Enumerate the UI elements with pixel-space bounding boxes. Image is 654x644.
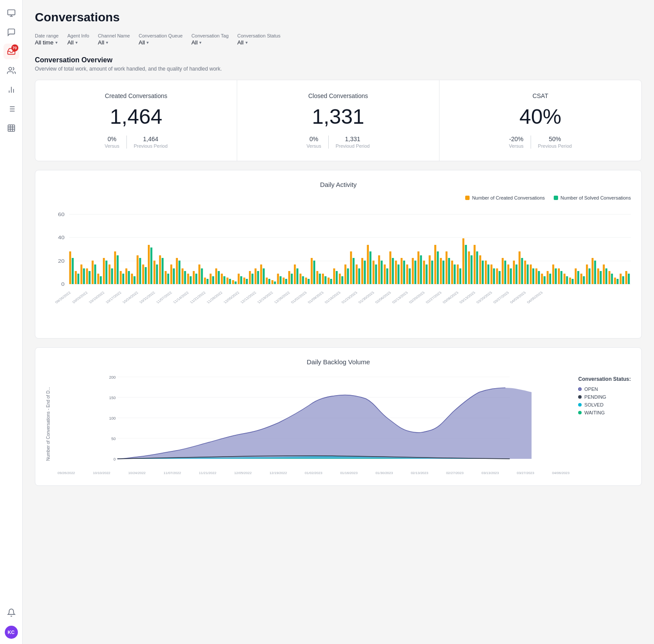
svg-rect-96 (266, 278, 268, 284)
svg-rect-124 (344, 264, 347, 284)
svg-rect-128 (356, 264, 358, 284)
contacts-icon[interactable] (3, 63, 19, 78)
inbox-icon[interactable]: 70 (3, 44, 19, 59)
stat-card-csat-title: CSAT (453, 92, 627, 99)
list-icon[interactable] (3, 101, 19, 117)
svg-rect-208 (580, 274, 582, 284)
svg-rect-56 (153, 261, 156, 284)
svg-rect-152 (423, 261, 425, 284)
stat-card-closed: Closed Conversations 1,331 0% Versus 1,3… (237, 80, 439, 161)
svg-text:50: 50 (111, 437, 116, 441)
svg-rect-175 (487, 264, 490, 284)
svg-text:01/09/2023: 01/09/2023 (307, 291, 325, 304)
svg-rect-129 (358, 268, 361, 284)
chat-icon[interactable] (3, 24, 19, 40)
filter-conversation-queue-select[interactable]: All ▾ (139, 39, 183, 46)
filter-channel-name-label: Channel Name (98, 33, 130, 38)
backlog-legend-title: Conversation Status: (578, 376, 631, 382)
filter-conversation-tag-select[interactable]: All ▾ (191, 39, 228, 46)
daily-backlog-chart: Daily Backlog Volume Number of Conversat… (35, 347, 642, 486)
svg-text:04/05/2023: 04/05/2023 (526, 291, 544, 304)
svg-text:02/20/2023: 02/20/2023 (408, 291, 426, 304)
svg-text:12/19/2022: 12/19/2022 (256, 291, 274, 304)
svg-rect-217 (605, 268, 607, 284)
overview-subtitle: Overview of total work, amount of work h… (35, 66, 642, 72)
bell-icon[interactable] (3, 605, 19, 620)
svg-text:10/03/2022: 10/03/2022 (71, 291, 89, 304)
svg-rect-153 (426, 264, 428, 284)
filter-conversation-status[interactable]: Conversation Status All ▾ (237, 33, 280, 46)
svg-rect-69 (190, 276, 192, 284)
filter-date-range[interactable]: Date range All time ▾ (35, 33, 58, 46)
filter-agent-info-select[interactable]: All ▾ (67, 39, 89, 46)
svg-rect-181 (504, 261, 507, 284)
daily-activity-chart: Daily Activity Number of Created Convers… (35, 170, 642, 339)
svg-text:09/26/2022: 09/26/2022 (54, 291, 72, 304)
filter-conversation-queue[interactable]: Conversation Queue All ▾ (139, 33, 183, 46)
reports-icon[interactable] (3, 82, 19, 98)
svg-rect-141 (392, 258, 394, 284)
scroll-area[interactable]: Conversations Date range All time ▾ Agen… (23, 0, 654, 644)
svg-rect-97 (268, 279, 270, 284)
filter-conversation-queue-value: All (139, 39, 145, 46)
svg-rect-140 (389, 251, 392, 284)
svg-rect-62 (170, 264, 173, 284)
svg-rect-119 (330, 279, 332, 284)
filter-conversation-status-label: Conversation Status (237, 33, 280, 38)
svg-rect-37 (100, 276, 102, 284)
filter-conversation-status-select[interactable]: All ▾ (237, 39, 280, 46)
svg-rect-173 (482, 261, 484, 284)
svg-text:03/13/2023: 03/13/2023 (459, 291, 477, 304)
filter-conversation-tag[interactable]: Conversation Tag All ▾ (191, 33, 228, 46)
svg-rect-117 (324, 276, 327, 284)
backlog-legend-pending: PENDING (578, 394, 631, 400)
svg-rect-125 (347, 268, 349, 284)
svg-rect-178 (496, 268, 498, 284)
stat-card-closed-title: Closed Conversations (251, 92, 425, 99)
svg-rect-111 (308, 279, 310, 284)
chevron-down-icon: ▾ (106, 40, 108, 45)
svg-text:11/21/2022: 11/21/2022 (189, 291, 207, 304)
svg-rect-43 (117, 255, 119, 284)
stat-created-versus: 0% Versus (98, 136, 127, 149)
svg-rect-209 (583, 276, 585, 284)
svg-rect-27 (72, 258, 74, 284)
svg-rect-219 (611, 274, 613, 284)
legend-solved: Number of Solved Conversations (554, 195, 631, 200)
svg-rect-48 (131, 274, 133, 284)
svg-rect-75 (207, 279, 209, 284)
home-icon[interactable] (3, 5, 19, 21)
svg-rect-126 (350, 251, 352, 284)
daily-backlog-title: Daily Backlog Volume (46, 358, 631, 366)
svg-rect-60 (165, 271, 167, 284)
user-avatar[interactable]: KC (5, 626, 18, 639)
filter-agent-info-value: All (67, 39, 73, 46)
svg-rect-146 (406, 264, 409, 284)
svg-text:0: 0 (113, 457, 116, 461)
filters-bar: Date range All time ▾ Agent Info All ▾ C… (35, 33, 642, 46)
svg-rect-99 (274, 281, 276, 284)
svg-rect-159 (443, 261, 445, 284)
svg-rect-47 (128, 271, 130, 284)
filter-date-range-select[interactable]: All time ▾ (35, 39, 58, 46)
svg-rect-100 (277, 274, 279, 284)
svg-rect-135 (375, 264, 377, 284)
svg-text:02/27/2023: 02/27/2023 (425, 291, 443, 304)
svg-rect-143 (398, 264, 400, 284)
backlog-chart-inner: 200 150 100 50 0 (58, 373, 569, 475)
backlog-open-label: OPEN (584, 386, 598, 392)
stat-card-created-value: 1,464 (49, 105, 223, 129)
filter-agent-info[interactable]: Agent Info All ▾ (67, 33, 89, 46)
svg-rect-74 (204, 278, 206, 284)
filter-channel-name[interactable]: Channel Name All ▾ (98, 33, 130, 46)
filter-channel-name-select[interactable]: All ▾ (98, 39, 130, 46)
table-icon[interactable] (3, 120, 19, 136)
svg-rect-70 (193, 271, 195, 284)
svg-rect-213 (594, 261, 596, 284)
svg-rect-133 (369, 251, 371, 284)
svg-rect-45 (122, 274, 124, 284)
page-title: Conversations (35, 10, 642, 24)
svg-rect-136 (378, 255, 380, 284)
stat-created-prev-label: Previous Period (134, 143, 168, 149)
filter-conversation-queue-label: Conversation Queue (139, 33, 183, 38)
